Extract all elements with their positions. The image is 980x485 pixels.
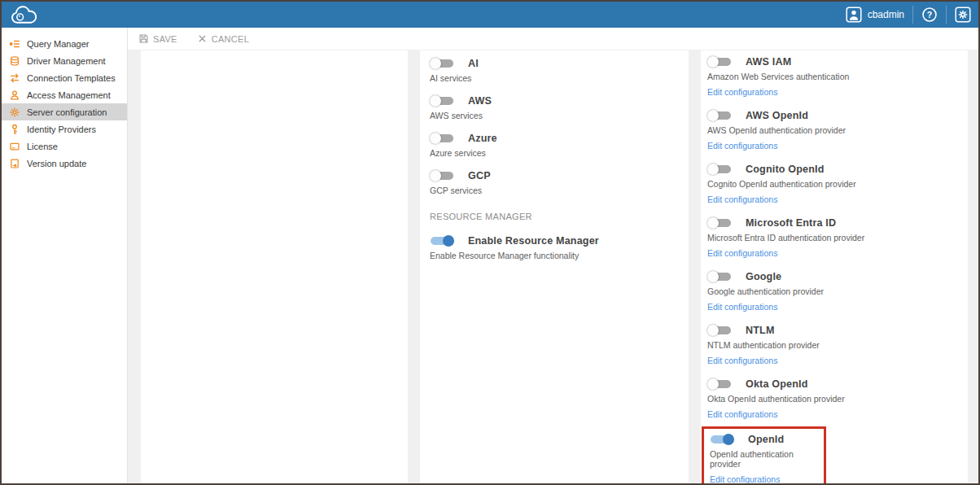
setting-row: NTLM: [707, 325, 961, 336]
sidebar-item-access-management[interactable]: Access Management: [2, 86, 127, 103]
ai-toggle[interactable]: [430, 58, 454, 69]
openid-toggle[interactable]: [710, 434, 734, 445]
service-list: AI AI services AWS AWS services Azure Az…: [430, 58, 679, 195]
provider-description: Microsoft Entra ID authentication provid…: [707, 233, 961, 242]
cancel-button[interactable]: CANCEL: [197, 33, 249, 44]
edit-configurations-link[interactable]: Edit configurations: [707, 356, 777, 365]
setting-row: Enable Resource Manager: [430, 235, 679, 247]
toggle-knob: [707, 325, 719, 336]
provider-description: AWS OpenId authentication provider: [707, 125, 961, 135]
service-name: AI: [468, 58, 479, 69]
toggle-knob: [707, 217, 719, 229]
provider-description: NTLM authentication provider: [707, 340, 961, 350]
sidebar-items: Query Manager Driver Management Connecti…: [2, 35, 127, 172]
sidebar-item-identity-providers[interactable]: Identity Providers: [2, 120, 127, 138]
user-menu[interactable]: cbadmin: [846, 7, 904, 23]
provider-name: AWS IAM: [746, 56, 791, 68]
aws-iam-toggle[interactable]: [707, 56, 732, 68]
google-toggle[interactable]: [707, 271, 732, 282]
toggle-knob: [723, 434, 734, 445]
sidebar-item-query-manager[interactable]: Query Manager: [2, 35, 127, 52]
aws-openid-toggle[interactable]: [707, 110, 732, 121]
setting-enable-resource-manager: Enable Resource Manager Enable Resource …: [430, 235, 679, 260]
gcp-toggle[interactable]: [430, 170, 454, 181]
edit-configurations-link[interactable]: Edit configurations: [707, 194, 777, 204]
app-window: cbadmin ? Query Manager Driver Managemen…: [0, 0, 980, 485]
cognito-openid-toggle[interactable]: [707, 164, 732, 175]
username: cbadmin: [868, 9, 904, 20]
aws-toggle[interactable]: [430, 95, 454, 107]
setting-description: Enable Resource Manager functionality: [430, 251, 679, 260]
sidebar-item-server-configuration[interactable]: Server configuration: [2, 103, 127, 120]
setting-row: Microsoft Entra ID: [707, 217, 961, 229]
auth-provider-list: AWS IAM Amazon Web Services authenticati…: [707, 56, 961, 483]
setting-row: GCP: [430, 170, 679, 181]
cloudbeaver-logo-icon[interactable]: [9, 4, 38, 26]
sidebar-item-connection-templates[interactable]: Connection Templates: [2, 69, 127, 86]
version-update-icon: [9, 158, 20, 169]
sidebar-item-label: Connection Templates: [27, 73, 116, 83]
toggle-knob: [707, 164, 719, 175]
microsoft-entra-id-toggle[interactable]: [707, 217, 732, 229]
sidebar-item-label: Driver Management: [27, 56, 106, 66]
toggle-knob: [430, 58, 441, 69]
settings-content: AI AI services AWS AWS services Azure Az…: [128, 50, 978, 483]
sidebar-item-label: Identity Providers: [27, 125, 96, 134]
sidebar: Query Manager Driver Management Connecti…: [2, 28, 128, 483]
okta-openid-toggle[interactable]: [707, 378, 732, 390]
auth-provider-openid: OpenId OpenId authentication provider Ed…: [702, 426, 826, 483]
toolbar: SAVE CANCEL: [128, 28, 978, 50]
setting-row: Cognito OpenId: [707, 164, 961, 175]
azure-toggle[interactable]: [430, 133, 454, 144]
panel-services: AI AI services AWS AWS services Azure Az…: [420, 50, 689, 483]
sidebar-item-driver-management[interactable]: Driver Management: [2, 52, 127, 69]
sidebar-item-label: License: [27, 142, 58, 151]
auth-provider-aws-iam: AWS IAM Amazon Web Services authenticati…: [707, 56, 961, 98]
toggle-knob: [707, 110, 719, 121]
toggle-knob: [707, 56, 719, 68]
edit-configurations-link[interactable]: Edit configurations: [707, 248, 777, 258]
setting-row: OpenId: [710, 434, 820, 445]
provider-name: Microsoft Entra ID: [746, 217, 836, 229]
edit-configurations-link[interactable]: Edit configurations: [710, 474, 780, 483]
edit-configurations-link[interactable]: Edit configurations: [707, 141, 777, 151]
toggle-knob: [430, 95, 441, 107]
access-management-icon: [9, 90, 20, 101]
save-button[interactable]: SAVE: [138, 33, 177, 44]
panel-empty: [141, 50, 408, 483]
save-label: SAVE: [153, 34, 177, 44]
service-aws: AWS AWS services: [430, 95, 679, 120]
user-avatar-icon: [846, 7, 862, 23]
toggle-knob: [707, 378, 719, 390]
query-manager-icon: [9, 38, 20, 50]
provider-description: Amazon Web Services authentication: [707, 72, 961, 81]
setting-row: AI: [430, 58, 679, 69]
auth-provider-okta-openid: Okta OpenId Okta OpenId authentication p…: [707, 378, 961, 421]
toggle-knob: [430, 133, 441, 144]
help-icon[interactable]: ?: [921, 7, 938, 23]
setting-row: Google: [707, 271, 961, 282]
settings-gear-icon[interactable]: [955, 7, 971, 23]
edit-configurations-link[interactable]: Edit configurations: [707, 409, 777, 419]
setting-row: Azure: [430, 133, 679, 144]
sidebar-item-version-update[interactable]: Version update: [2, 155, 127, 172]
sidebar-item-license[interactable]: License: [2, 138, 127, 155]
provider-description: Cognito OpenId authentication provider: [707, 179, 961, 189]
license-icon: [9, 141, 20, 152]
sidebar-item-label: Query Manager: [27, 39, 89, 49]
service-description: AWS services: [430, 111, 679, 120]
service-ai: AI AI services: [430, 58, 679, 83]
service-description: AI services: [430, 73, 679, 83]
provider-name: OpenId: [748, 434, 784, 445]
scrollbar-track[interactable]: [968, 50, 978, 483]
enable-resource-manager-toggle[interactable]: [430, 235, 454, 247]
edit-configurations-link[interactable]: Edit configurations: [707, 302, 777, 312]
provider-description: Okta OpenId authentication provider: [707, 394, 961, 404]
edit-configurations-link[interactable]: Edit configurations: [707, 87, 777, 97]
identity-providers-icon: [9, 124, 20, 135]
ntlm-toggle[interactable]: [707, 325, 732, 336]
sidebar-item-label: Version update: [27, 159, 86, 168]
topbar-divider: [946, 6, 947, 24]
app-body: Query Manager Driver Management Connecti…: [2, 28, 978, 483]
toggle-knob: [707, 271, 719, 282]
